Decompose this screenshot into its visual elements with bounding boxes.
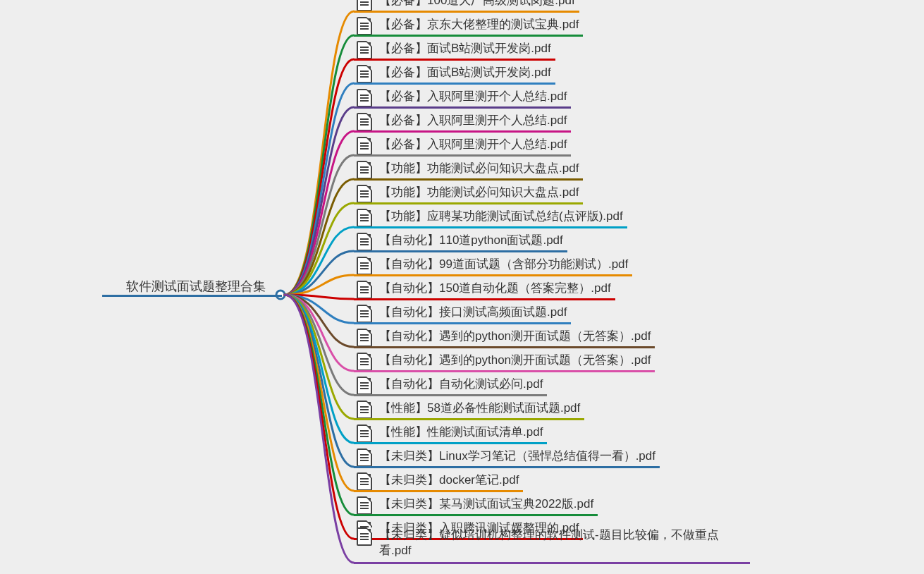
connector bbox=[285, 227, 354, 295]
child-node[interactable]: 【自动化】150道自动化题（答案完整）.pdf bbox=[357, 281, 611, 299]
child-node-underline bbox=[354, 562, 750, 564]
document-icon bbox=[357, 401, 372, 419]
child-node-label: 【功能】应聘某功能测试面试总结(点评版).pdf bbox=[379, 209, 623, 224]
child-node-label: 【性能】58道必备性能测试面试题.pdf bbox=[379, 401, 580, 416]
child-node[interactable]: 【必备】京东大佬整理的测试宝典.pdf bbox=[357, 17, 579, 35]
child-node-underline bbox=[354, 11, 579, 13]
connector bbox=[285, 295, 354, 419]
document-icon bbox=[357, 281, 372, 299]
document-icon bbox=[357, 425, 372, 443]
connector bbox=[285, 295, 354, 491]
document-icon bbox=[357, 113, 372, 131]
child-node-underline bbox=[354, 442, 547, 444]
connector bbox=[285, 203, 354, 295]
child-node-underline bbox=[354, 514, 598, 516]
child-node-label: 【功能】功能测试必问知识大盘点.pdf bbox=[379, 161, 579, 176]
connector bbox=[285, 295, 354, 563]
connector bbox=[285, 155, 354, 295]
child-node[interactable]: 【自动化】遇到的python测开面试题（无答案）.pdf bbox=[357, 353, 651, 371]
child-node[interactable]: 【自动化】自动化测试必问.pdf bbox=[357, 377, 543, 395]
connector bbox=[285, 83, 354, 295]
connector bbox=[285, 295, 354, 539]
document-icon bbox=[357, 329, 372, 347]
child-node[interactable]: 【自动化】99道面试题（含部分功能测试）.pdf bbox=[357, 257, 628, 275]
connector bbox=[285, 295, 354, 515]
document-icon bbox=[357, 448, 372, 467]
child-node[interactable]: 【功能】功能测试必问知识大盘点.pdf bbox=[357, 161, 579, 179]
child-node-underline bbox=[354, 418, 584, 420]
child-node-underline bbox=[354, 226, 627, 228]
child-node-label: 【必备】面试B站测试开发岗.pdf bbox=[379, 65, 551, 80]
child-node-underline bbox=[354, 154, 571, 157]
child-node-label: 【自动化】自动化测试必问.pdf bbox=[379, 377, 543, 392]
document-icon bbox=[357, 472, 372, 491]
child-node[interactable]: 【性能】性能测试面试清单.pdf bbox=[357, 425, 543, 443]
connector bbox=[285, 251, 354, 295]
child-node-underline bbox=[354, 178, 583, 181]
document-icon bbox=[357, 17, 372, 35]
child-node[interactable]: 【未归类】docker笔记.pdf bbox=[357, 472, 519, 491]
child-node[interactable]: 【必备】入职阿里测开个人总结.pdf bbox=[357, 137, 567, 155]
document-icon bbox=[357, 527, 372, 546]
child-node-underline bbox=[354, 59, 555, 61]
child-node[interactable]: 【未归类】疑似培训机构整理的软件测试-题目比较偏，不做重点看.pdf bbox=[357, 527, 746, 558]
connector bbox=[285, 295, 354, 443]
child-node-label: 【自动化】99道面试题（含部分功能测试）.pdf bbox=[379, 257, 628, 272]
root-node-underline bbox=[102, 295, 282, 297]
root-node-label[interactable]: 软件测试面试题整理合集 bbox=[123, 276, 269, 296]
connector bbox=[285, 295, 354, 371]
connector bbox=[285, 35, 354, 295]
child-node-underline bbox=[354, 346, 655, 348]
connector bbox=[285, 295, 354, 347]
child-node-underline bbox=[354, 274, 632, 276]
connector bbox=[285, 295, 354, 395]
child-node[interactable]: 【必备】入职阿里测开个人总结.pdf bbox=[357, 113, 567, 131]
child-node-underline bbox=[354, 370, 655, 372]
document-icon bbox=[357, 65, 372, 83]
child-node[interactable]: 【功能】应聘某功能测试面试总结(点评版).pdf bbox=[357, 209, 623, 227]
child-node-underline bbox=[354, 394, 547, 396]
connector bbox=[285, 295, 354, 299]
child-node-label: 【未归类】某马测试面试宝典2022版.pdf bbox=[379, 496, 593, 512]
document-icon bbox=[357, 0, 372, 11]
child-node-underline bbox=[354, 322, 571, 324]
child-node-label: 【必备】京东大佬整理的测试宝典.pdf bbox=[379, 17, 579, 32]
child-node[interactable]: 【必备】100道大厂高级测试岗题.pdf bbox=[357, 0, 575, 11]
child-node-label: 【自动化】接口测试高频面试题.pdf bbox=[379, 305, 567, 320]
document-icon bbox=[357, 89, 372, 107]
document-icon bbox=[357, 353, 372, 371]
connector bbox=[285, 295, 354, 467]
child-node-underline bbox=[354, 490, 523, 492]
child-node-label: 【未归类】Linux学习笔记（强悍总结值得一看）.pdf bbox=[379, 448, 655, 464]
child-node-underline bbox=[354, 298, 615, 300]
child-node[interactable]: 【自动化】遇到的python测开面试题（无答案）.pdf bbox=[357, 329, 651, 347]
connector bbox=[285, 107, 354, 295]
child-node[interactable]: 【性能】58道必备性能测试面试题.pdf bbox=[357, 401, 580, 419]
child-node[interactable]: 【必备】面试B站测试开发岗.pdf bbox=[357, 65, 551, 83]
child-node-underline bbox=[354, 202, 583, 204]
document-icon bbox=[357, 257, 372, 275]
child-node[interactable]: 【必备】入职阿里测开个人总结.pdf bbox=[357, 89, 567, 107]
child-node-underline bbox=[354, 106, 571, 109]
document-icon bbox=[357, 305, 372, 323]
child-node[interactable]: 【功能】功能测试必问知识大盘点.pdf bbox=[357, 185, 579, 203]
child-node[interactable]: 【未归类】Linux学习笔记（强悍总结值得一看）.pdf bbox=[357, 448, 655, 467]
child-node-label: 【自动化】遇到的python测开面试题（无答案）.pdf bbox=[379, 329, 651, 344]
child-node-underline bbox=[354, 130, 571, 133]
child-node[interactable]: 【必备】面试B站测试开发岗.pdf bbox=[357, 41, 551, 59]
child-node[interactable]: 【自动化】接口测试高频面试题.pdf bbox=[357, 305, 567, 323]
document-icon bbox=[357, 233, 372, 251]
child-node-label: 【自动化】110道python面试题.pdf bbox=[379, 233, 563, 248]
child-node-label: 【性能】性能测试面试清单.pdf bbox=[379, 425, 543, 440]
child-node-label: 【必备】100道大厂高级测试岗题.pdf bbox=[379, 0, 575, 8]
child-node-label: 【必备】入职阿里测开个人总结.pdf bbox=[379, 89, 567, 104]
document-icon bbox=[357, 161, 372, 179]
child-node-label: 【必备】面试B站测试开发岗.pdf bbox=[379, 41, 551, 56]
child-node-underline bbox=[354, 466, 660, 468]
connector bbox=[285, 179, 354, 295]
child-node[interactable]: 【未归类】某马测试面试宝典2022版.pdf bbox=[357, 496, 593, 515]
child-node-underline bbox=[354, 250, 567, 252]
child-node[interactable]: 【自动化】110道python面试题.pdf bbox=[357, 233, 563, 251]
document-icon bbox=[357, 137, 372, 155]
child-node-label: 【功能】功能测试必问知识大盘点.pdf bbox=[379, 185, 579, 200]
